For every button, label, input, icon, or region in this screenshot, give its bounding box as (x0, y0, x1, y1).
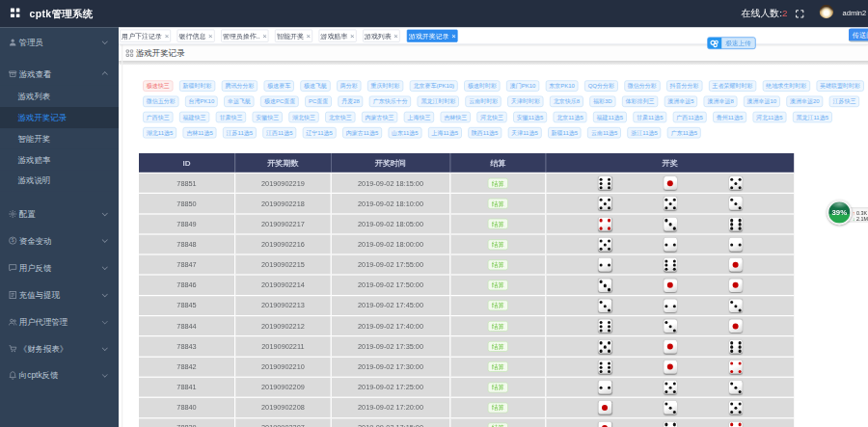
svg-text:$: $ (12, 237, 14, 243)
